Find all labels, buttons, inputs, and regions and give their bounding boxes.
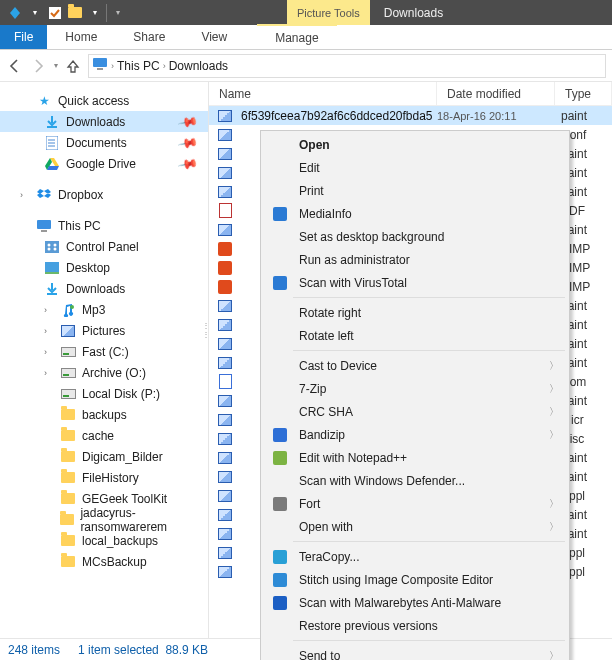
pin-icon: 📌	[177, 153, 199, 174]
menu-item[interactable]: Rotate left	[263, 324, 567, 347]
menu-item-label: Stitch using Image Composite Editor	[299, 573, 559, 587]
menu-item-icon	[271, 571, 289, 589]
ribbon-tabs: File Home Share View Manage	[0, 25, 612, 50]
svg-rect-0	[49, 7, 61, 19]
menu-item[interactable]: Rotate right	[263, 301, 567, 324]
folder-icon	[60, 554, 76, 570]
sidebar-folder-item[interactable]: FileHistory	[0, 467, 208, 488]
sidebar-folder-item[interactable]: MCsBackup	[0, 551, 208, 572]
menu-item[interactable]: CRC SHA〉	[263, 400, 567, 423]
folder-icon	[60, 512, 74, 528]
qat-dropdown2-icon[interactable]: ▾	[86, 4, 104, 22]
menu-item-label: Edit with Notepad++	[299, 451, 559, 465]
menu-item[interactable]: Stitch using Image Composite Editor	[263, 568, 567, 591]
breadcrumb-this-pc[interactable]: This PC	[117, 59, 160, 73]
menu-item[interactable]: Bandizip〉	[263, 423, 567, 446]
sidebar-dropbox[interactable]: ›Dropbox	[0, 184, 208, 205]
menu-item[interactable]: Fort〉	[263, 492, 567, 515]
svg-point-11	[48, 243, 51, 246]
recent-dropdown-icon[interactable]: ▾	[54, 61, 58, 70]
menu-item-icon	[271, 403, 289, 421]
menu-item[interactable]: 7-Zip〉	[263, 377, 567, 400]
col-type[interactable]: Type	[555, 82, 612, 105]
menu-item[interactable]: MediaInfo	[263, 202, 567, 225]
file-row-selected[interactable]: 6f539fceea7b92af6c6ddced20fbda5 18-Apr-1…	[209, 106, 612, 125]
menu-item[interactable]: Send to〉	[263, 644, 567, 660]
back-button[interactable]	[6, 57, 24, 75]
tab-home[interactable]: Home	[47, 25, 115, 49]
menu-item[interactable]: Run as administrator	[263, 248, 567, 271]
sidebar-quick-access[interactable]: ★Quick access	[0, 90, 208, 111]
status-selection: 1 item selected 88.9 KB	[78, 643, 208, 657]
file-icon	[217, 203, 233, 219]
sidebar-item-desktop[interactable]: Desktop	[0, 257, 208, 278]
sidebar-item-downloads[interactable]: Downloads📌	[0, 111, 208, 132]
up-button[interactable]	[64, 57, 82, 75]
menu-item[interactable]: Set as desktop background	[263, 225, 567, 248]
sidebar-folder-item[interactable]: cache	[0, 425, 208, 446]
qat-new-folder-icon[interactable]	[66, 4, 84, 22]
qat-dropdown-icon[interactable]: ▾	[26, 4, 44, 22]
menu-item[interactable]: Print	[263, 179, 567, 202]
pin-icon: 📌	[177, 132, 199, 153]
menu-item[interactable]: Edit	[263, 156, 567, 179]
menu-item-icon	[271, 594, 289, 612]
col-date[interactable]: Date modified	[437, 82, 555, 105]
folder-icon	[60, 428, 76, 444]
menu-item[interactable]: Restore previous versions	[263, 614, 567, 637]
sidebar-item-drive-c[interactable]: ›Fast (C:)	[0, 341, 208, 362]
menu-item[interactable]: Scan with Windows Defender...	[263, 469, 567, 492]
sidebar-item-pc-downloads[interactable]: Downloads	[0, 278, 208, 299]
tab-manage[interactable]: Manage	[257, 24, 336, 49]
sidebar-item-drive-p[interactable]: Local Disk (P:)	[0, 383, 208, 404]
menu-item[interactable]: Scan with VirusTotal	[263, 271, 567, 294]
qat-customize-icon[interactable]: ▾	[106, 4, 124, 22]
folder-icon	[60, 491, 76, 507]
menu-item[interactable]: TeraCopy...	[263, 545, 567, 568]
quick-access-toolbar: ▾ ▾ ▾	[0, 0, 130, 25]
menu-item-label: Edit	[299, 161, 559, 175]
sidebar-folder-item[interactable]: jadacyrus-ransomwarerem	[0, 509, 208, 530]
sidebar-item-mp3[interactable]: ›Mp3	[0, 299, 208, 320]
svg-rect-21	[273, 428, 287, 442]
breadcrumb-downloads[interactable]: Downloads	[169, 59, 228, 73]
menu-item[interactable]: Edit with Notepad++	[263, 446, 567, 469]
qat-check-icon[interactable]	[46, 4, 64, 22]
sidebar-item-drive-o[interactable]: ›Archive (O:)	[0, 362, 208, 383]
sidebar-item-google-drive[interactable]: Google Drive📌	[0, 153, 208, 174]
chevron-right-icon[interactable]: ›	[163, 61, 166, 71]
sidebar-this-pc[interactable]: This PC	[0, 215, 208, 236]
resize-handle[interactable]: ⋮⋮	[202, 304, 208, 356]
sidebar-item-label: Pictures	[82, 324, 125, 338]
file-icon	[217, 431, 233, 447]
sidebar-item-pictures[interactable]: ›Pictures	[0, 320, 208, 341]
sidebar-item-control-panel[interactable]: Control Panel	[0, 236, 208, 257]
col-name[interactable]: Name	[209, 82, 437, 105]
menu-separator	[293, 297, 565, 298]
menu-item-label: Restore previous versions	[299, 619, 559, 633]
menu-item[interactable]: Scan with Malwarebytes Anti-Malware	[263, 591, 567, 614]
menu-item-label: Scan with Malwarebytes Anti-Malware	[299, 596, 559, 610]
menu-item[interactable]: Open	[263, 133, 567, 156]
folder-icon	[60, 407, 76, 423]
sidebar-folder-item[interactable]: Digicam_Bilder	[0, 446, 208, 467]
qat-properties-icon[interactable]	[6, 4, 24, 22]
menu-item[interactable]: Cast to Device〉	[263, 354, 567, 377]
file-tab[interactable]: File	[0, 25, 47, 49]
column-headers: Name Date modified Type	[209, 82, 612, 106]
sidebar-folder-item[interactable]: backups	[0, 404, 208, 425]
menu-item-label: Rotate right	[299, 306, 559, 320]
menu-item-label: Fort	[299, 497, 539, 511]
menu-item[interactable]: Open with〉	[263, 515, 567, 538]
address-bar[interactable]: › This PC › Downloads	[88, 54, 606, 78]
tab-share[interactable]: Share	[115, 25, 183, 49]
chevron-right-icon[interactable]: ›	[111, 61, 114, 71]
svg-rect-3	[47, 126, 57, 128]
pc-icon	[36, 218, 52, 234]
navigation-bar: ▾ › This PC › Downloads	[0, 50, 612, 82]
sidebar-item-documents[interactable]: Documents📌	[0, 132, 208, 153]
svg-rect-16	[45, 272, 59, 274]
forward-button[interactable]	[30, 57, 48, 75]
tab-view[interactable]: View	[183, 25, 245, 49]
menu-item-icon	[271, 182, 289, 200]
